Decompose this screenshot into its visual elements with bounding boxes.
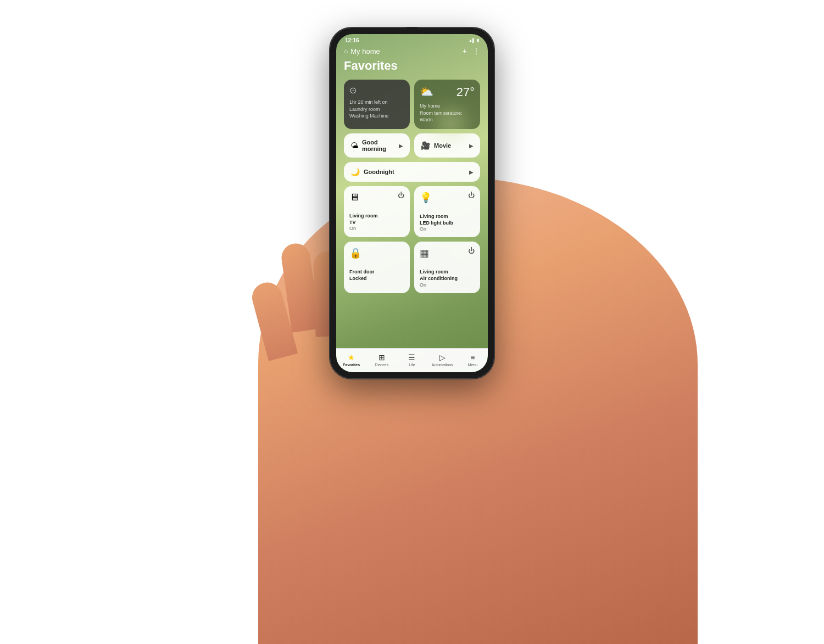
signal-icon: ▲▌ [469, 38, 475, 42]
good-morning-scene[interactable]: 🌤 Good morning ▶ [344, 133, 410, 158]
tv-name: Living roomTV [349, 213, 404, 226]
add-button[interactable]: + [463, 47, 467, 55]
home-icon: ⌂ [344, 47, 348, 55]
good-morning-label: Good morning [362, 139, 399, 152]
phone-screen: 12:16 ▲▌ ▮ ⌂ My home + ⋮ [336, 34, 488, 372]
header-actions: + ⋮ [463, 47, 480, 55]
phone-wrapper: 12:16 ▲▌ ▮ ⌂ My home + ⋮ [330, 27, 494, 379]
door-card[interactable]: 🔒 Front doorLocked [344, 242, 410, 293]
movie-scene[interactable]: 🎥 Movie ▶ [414, 133, 480, 158]
battery-icon: ▮ [477, 38, 479, 43]
nav-devices[interactable]: ⊞ Devices [370, 353, 394, 367]
devices-label: Devices [375, 363, 388, 367]
goodnight-scene[interactable]: 🌙 Goodnight ▶ [344, 162, 480, 182]
washer-icon: ⊙ [349, 85, 404, 96]
life-icon: ☰ [408, 353, 415, 362]
device-grid: 🖥 ⏻ Living roomTV On 💡 ⏻ Living roomLED … [344, 186, 480, 293]
nav-favorites[interactable]: ★ Favorites [339, 353, 364, 367]
arrow-icon: ▶ [399, 143, 403, 149]
life-label: Life [409, 363, 415, 367]
nav-automations[interactable]: ▷ Automations [430, 353, 454, 367]
scroll-content[interactable]: Favorites ⊙ 1hr 20 min left onLaundry ro… [336, 59, 488, 337]
ac-icon: ▦ [420, 247, 475, 259]
weather-icon: ⛅ [420, 85, 433, 98]
app-header: ⌂ My home + ⋮ [336, 44, 488, 59]
washer-card[interactable]: ⊙ 1hr 20 min left onLaundry roomWashing … [344, 80, 410, 129]
nav-menu[interactable]: ≡ Menu [460, 353, 485, 367]
moon-icon: 🌙 [350, 167, 360, 176]
more-menu-button[interactable]: ⋮ [472, 47, 480, 55]
ac-status: On [420, 282, 475, 288]
ac-name: Living roomAir conditioning [420, 269, 475, 282]
top-cards: ⊙ 1hr 20 min left onLaundry roomWashing … [344, 80, 480, 129]
automations-label: Automations [432, 363, 453, 367]
ac-card[interactable]: ▦ ⏻ Living roomAir conditioning On [414, 242, 480, 293]
favorites-icon: ★ [348, 353, 355, 362]
led-status: On [420, 226, 475, 232]
tv-power-button[interactable]: ⏻ [398, 192, 404, 199]
goodnight-label: Goodnight [364, 169, 394, 175]
phone-frame: 12:16 ▲▌ ▮ ⌂ My home + ⋮ [330, 27, 494, 379]
status-icons: ▲▌ ▮ [469, 38, 479, 43]
automations-icon: ▷ [439, 353, 446, 362]
tv-status: On [349, 226, 404, 231]
scene-cards-row1: 🌤 Good morning ▶ 🎥 Movie ▶ [344, 133, 480, 158]
header-title: My home [350, 47, 380, 55]
weather-card[interactable]: ⛅ 27° My homeRoom temperature:Warm [414, 80, 480, 129]
arrow-icon: ▶ [469, 169, 474, 175]
tv-card[interactable]: 🖥 ⏻ Living roomTV On [344, 186, 410, 237]
movie-label: Movie [434, 142, 451, 149]
led-name: Living roomLED light bulb [420, 214, 475, 226]
scene-left: 🎥 Movie [421, 141, 451, 150]
tv-icon: 🖥 [349, 192, 404, 203]
header-left: ⌂ My home [344, 47, 380, 55]
led-card[interactable]: 💡 ⏻ Living roomLED light bulb On [414, 186, 480, 237]
status-bar: 12:16 ▲▌ ▮ [336, 34, 488, 44]
scene-left: 🌤 Good morning [350, 139, 399, 152]
scene: 12:16 ▲▌ ▮ ⌂ My home + ⋮ [0, 0, 824, 644]
section-title: Favorites [344, 59, 480, 73]
temperature: 27° [456, 85, 475, 99]
menu-icon: ≡ [470, 353, 475, 362]
weather-top: ⛅ 27° [420, 85, 475, 99]
favorites-label: Favorites [343, 363, 360, 367]
nav-life[interactable]: ☰ Life [400, 353, 424, 367]
arrow-icon: ▶ [469, 143, 474, 149]
led-power-button[interactable]: ⏻ [468, 192, 475, 199]
scene-left: 🌙 Goodnight [350, 167, 394, 176]
door-name: Front doorLocked [349, 269, 404, 282]
ac-power-button[interactable]: ⏻ [468, 247, 475, 255]
status-time: 12:16 [345, 37, 359, 43]
bulb-icon: 💡 [420, 192, 475, 204]
sun-icon: 🌤 [350, 141, 358, 150]
menu-label: Menu [468, 363, 478, 367]
bottom-nav: ★ Favorites ⊞ Devices ☰ Life ▷ Automatio… [336, 348, 488, 372]
lock-icon: 🔒 [349, 247, 404, 259]
devices-icon: ⊞ [378, 353, 385, 362]
washer-text: 1hr 20 min left onLaundry roomWashing Ma… [349, 99, 404, 120]
movie-icon: 🎥 [421, 141, 430, 150]
weather-description: My homeRoom temperature:Warm [420, 103, 475, 124]
